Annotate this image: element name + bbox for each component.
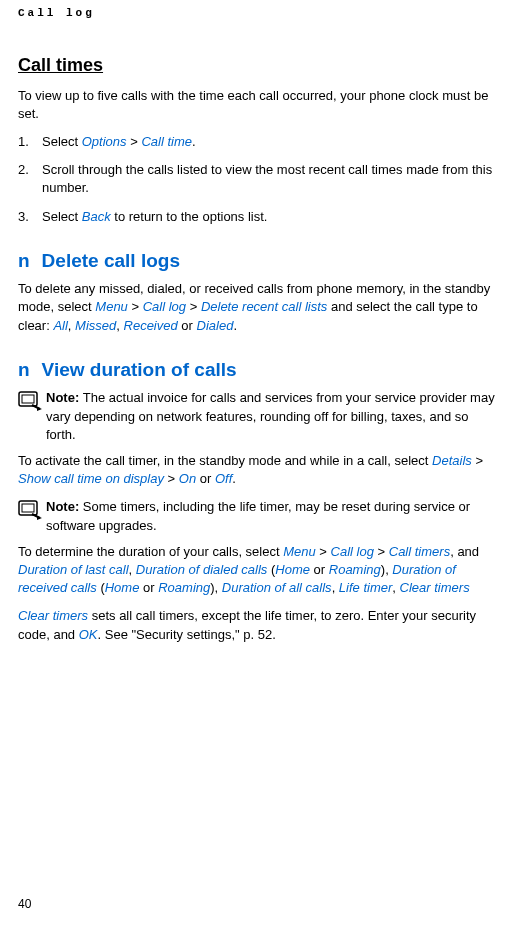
- back-link: Back: [82, 209, 111, 224]
- roaming-link: Roaming: [329, 562, 381, 577]
- text: To activate the call timer, in the stand…: [18, 453, 432, 468]
- step-2: Scroll through the calls listed to view …: [18, 161, 499, 197]
- show-call-time-link: Show call time on display: [18, 471, 164, 486]
- delete-recent-link: Delete recent call lists: [201, 299, 327, 314]
- step-3: Select Back to return to the options lis…: [18, 208, 499, 226]
- text: ,: [129, 562, 136, 577]
- text: .: [232, 471, 236, 486]
- section-title-text: Delete call logs: [42, 250, 180, 271]
- svg-marker-5: [37, 516, 42, 520]
- menu-link: Menu: [95, 299, 128, 314]
- text: , and: [450, 544, 479, 559]
- section-title-duration: nView duration of calls: [18, 357, 499, 384]
- text: Select: [42, 134, 82, 149]
- dialed-link: Dialed: [197, 318, 234, 333]
- clear-timers-link: Clear timers: [400, 580, 470, 595]
- separator: >: [127, 134, 142, 149]
- text: .: [192, 134, 196, 149]
- note-icon: [18, 389, 46, 416]
- text: to return to the options list.: [111, 209, 268, 224]
- text: ,: [392, 580, 399, 595]
- note-1-body: Note: The actual invoice for calls and s…: [46, 389, 499, 444]
- section-title-text: View duration of calls: [42, 359, 237, 380]
- section-bullet: n: [18, 250, 30, 271]
- text: or: [196, 471, 215, 486]
- svg-marker-2: [37, 407, 42, 411]
- text: ,: [116, 318, 123, 333]
- svg-rect-4: [22, 504, 34, 512]
- note-label: Note:: [46, 499, 83, 514]
- duration-p1: To activate the call timer, in the stand…: [18, 452, 499, 488]
- text: (: [97, 580, 105, 595]
- clear-timers-link: Clear timers: [18, 608, 88, 623]
- note-2: Note: Some timers, including the life ti…: [18, 498, 499, 534]
- note-1: Note: The actual invoice for calls and s…: [18, 389, 499, 444]
- separator: >: [316, 544, 331, 559]
- call-times-intro: To view up to five calls with the time e…: [18, 87, 499, 123]
- missed-link: Missed: [75, 318, 116, 333]
- home-link: Home: [105, 580, 140, 595]
- text: ),: [210, 580, 222, 595]
- home-link: Home: [275, 562, 310, 577]
- received-link: Received: [124, 318, 178, 333]
- details-link: Details: [432, 453, 472, 468]
- section-title-delete: nDelete call logs: [18, 248, 499, 275]
- text: or: [139, 580, 158, 595]
- separator: >: [186, 299, 201, 314]
- text: ),: [381, 562, 393, 577]
- on-link: On: [179, 471, 196, 486]
- separator: >: [374, 544, 389, 559]
- roaming-link: Roaming: [158, 580, 210, 595]
- all-link: All: [53, 318, 67, 333]
- separator: >: [128, 299, 143, 314]
- section-bullet: n: [18, 359, 30, 380]
- page-header: Call log: [18, 0, 499, 21]
- text: Select: [42, 209, 82, 224]
- duration-p3: Clear timers sets all call timers, excep…: [18, 607, 499, 643]
- text: or: [310, 562, 329, 577]
- note-icon: [18, 498, 46, 525]
- text: To determine the duration of your calls,…: [18, 544, 283, 559]
- note-text: The actual invoice for calls and service…: [46, 390, 495, 441]
- text: or: [178, 318, 197, 333]
- duration-all-link: Duration of all calls: [222, 580, 332, 595]
- call-time-link: Call time: [141, 134, 192, 149]
- ok-link: OK: [79, 627, 98, 642]
- options-link: Options: [82, 134, 127, 149]
- calllog-link: Call log: [331, 544, 374, 559]
- delete-paragraph: To delete any missed, dialed, or receive…: [18, 280, 499, 335]
- note-text: Some timers, including the life timer, m…: [46, 499, 470, 532]
- page-number: 40: [18, 896, 31, 913]
- duration-dialed-link: Duration of dialed calls: [136, 562, 268, 577]
- duration-p2: To determine the duration of your calls,…: [18, 543, 499, 598]
- text: ,: [332, 580, 339, 595]
- calllog-link: Call log: [143, 299, 186, 314]
- section-title-call-times: Call times: [18, 53, 499, 78]
- separator: >: [472, 453, 483, 468]
- call-times-steps: Select Options > Call time. Scroll throu…: [18, 133, 499, 226]
- svg-rect-1: [22, 395, 34, 403]
- call-timers-link: Call timers: [389, 544, 450, 559]
- duration-last-link: Duration of last call: [18, 562, 129, 577]
- text: ,: [68, 318, 75, 333]
- life-timer-link: Life timer: [339, 580, 392, 595]
- text: .: [233, 318, 237, 333]
- note-label: Note:: [46, 390, 83, 405]
- menu-link: Menu: [283, 544, 316, 559]
- separator: >: [164, 471, 179, 486]
- note-2-body: Note: Some timers, including the life ti…: [46, 498, 499, 534]
- text: . See "Security settings," p. 52.: [98, 627, 276, 642]
- off-link: Off: [215, 471, 232, 486]
- step-1: Select Options > Call time.: [18, 133, 499, 151]
